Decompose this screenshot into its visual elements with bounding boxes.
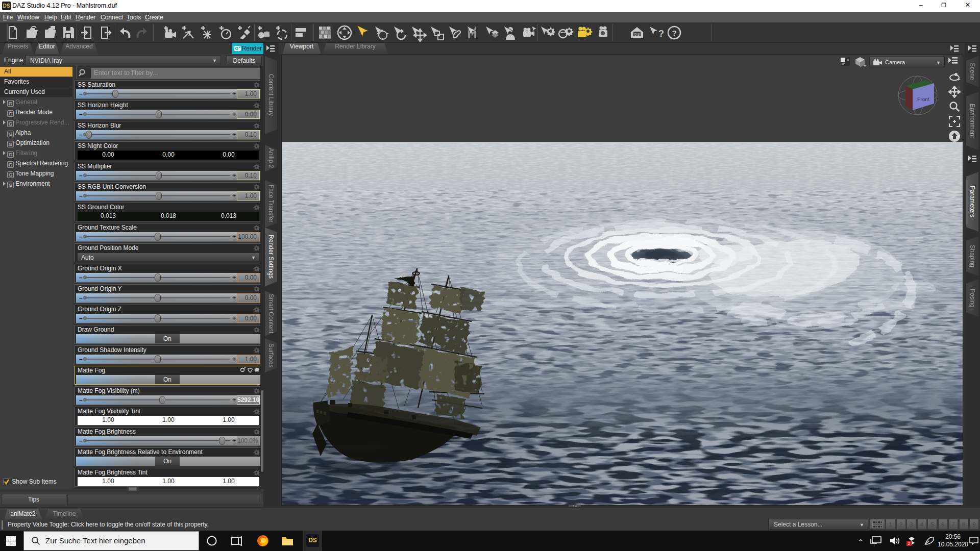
svg-text:?: ? (658, 29, 664, 39)
svg-text:DS: DS (634, 32, 640, 37)
svg-text:2: 2 (908, 541, 911, 546)
svg-text:?: ? (672, 29, 676, 37)
svg-text:Front: Front (917, 96, 929, 103)
